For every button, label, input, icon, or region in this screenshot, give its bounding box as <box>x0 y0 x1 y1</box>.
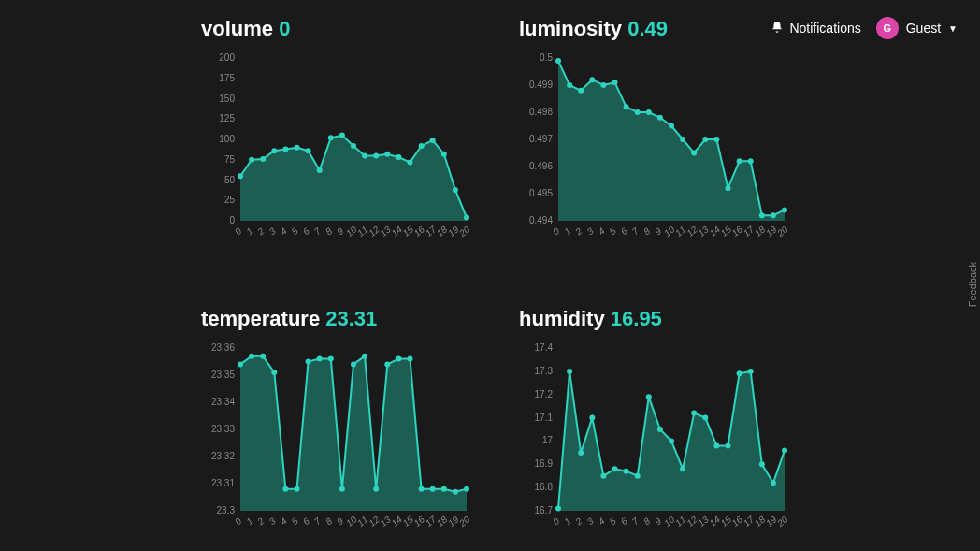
svg-point-66 <box>646 109 652 115</box>
svg-text:4: 4 <box>278 225 289 237</box>
svg-text:20: 20 <box>774 224 790 239</box>
svg-point-62 <box>600 82 606 88</box>
svg-text:1: 1 <box>244 225 254 237</box>
svg-text:20: 20 <box>774 514 790 529</box>
panel-value: 23.31 <box>325 307 377 330</box>
svg-text:175: 175 <box>219 73 235 83</box>
svg-point-170 <box>702 415 708 421</box>
svg-text:2: 2 <box>255 515 267 528</box>
svg-text:4: 4 <box>596 515 607 527</box>
svg-point-64 <box>624 104 629 109</box>
svg-text:100: 100 <box>219 134 235 144</box>
svg-point-177 <box>782 447 787 453</box>
svg-text:25: 25 <box>224 195 236 205</box>
svg-text:7: 7 <box>312 515 324 527</box>
svg-point-166 <box>657 427 663 432</box>
svg-text:0.499: 0.499 <box>529 80 553 90</box>
svg-text:16.8: 16.8 <box>535 482 554 492</box>
svg-point-118 <box>362 354 368 359</box>
svg-point-77 <box>771 212 776 218</box>
svg-text:0.495: 0.495 <box>529 188 553 198</box>
svg-point-107 <box>238 361 243 367</box>
svg-point-24 <box>408 159 413 165</box>
svg-point-114 <box>317 356 323 362</box>
svg-point-59 <box>567 82 572 88</box>
svg-text:8: 8 <box>324 515 335 527</box>
panel-value: 0.49 <box>627 17 668 40</box>
svg-point-162 <box>612 466 618 471</box>
svg-point-111 <box>282 486 288 492</box>
svg-point-125 <box>441 486 447 492</box>
svg-point-60 <box>578 88 584 94</box>
svg-point-14 <box>295 145 300 151</box>
svg-point-74 <box>737 158 742 164</box>
svg-text:0.496: 0.496 <box>529 161 553 171</box>
svg-point-20 <box>362 152 368 158</box>
svg-text:6: 6 <box>301 515 312 527</box>
svg-text:3: 3 <box>267 515 278 527</box>
svg-point-16 <box>317 167 323 173</box>
svg-point-27 <box>441 152 447 157</box>
svg-text:17.1: 17.1 <box>535 413 554 423</box>
svg-text:23.3: 23.3 <box>217 505 236 515</box>
svg-text:0.498: 0.498 <box>529 107 553 117</box>
svg-text:2: 2 <box>573 515 584 528</box>
svg-text:3: 3 <box>267 225 278 237</box>
svg-text:3: 3 <box>584 515 596 527</box>
panel-value: 0 <box>279 17 290 40</box>
svg-point-26 <box>430 138 436 143</box>
svg-point-15 <box>306 148 311 153</box>
svg-text:23.32: 23.32 <box>211 451 235 461</box>
svg-point-21 <box>373 152 379 158</box>
svg-text:0.5: 0.5 <box>540 52 553 63</box>
chart-luminosity: 0.4940.4950.4960.4970.4980.4990.50123456… <box>519 51 790 256</box>
svg-text:17.3: 17.3 <box>535 366 554 376</box>
svg-text:7: 7 <box>312 225 324 237</box>
svg-text:0: 0 <box>233 515 244 527</box>
svg-text:6: 6 <box>619 225 630 237</box>
svg-text:1: 1 <box>562 515 572 527</box>
svg-text:2: 2 <box>255 225 267 238</box>
panel-title: luminosity 0.49 <box>519 17 818 41</box>
panel-humidity: humidity 16.95 16.716.816.91717.117.217.… <box>519 307 818 551</box>
svg-text:20: 20 <box>456 514 472 529</box>
svg-point-11 <box>260 156 266 162</box>
svg-point-17 <box>328 135 334 140</box>
feedback-tab[interactable]: Feedback <box>967 262 978 307</box>
svg-point-123 <box>419 486 425 492</box>
svg-text:23.34: 23.34 <box>211 397 235 407</box>
user-menu[interactable]: G Guest ▼ <box>876 17 958 39</box>
svg-text:20: 20 <box>456 224 472 239</box>
svg-text:0: 0 <box>551 225 562 237</box>
svg-point-71 <box>702 137 708 142</box>
svg-point-121 <box>396 356 401 362</box>
svg-text:2: 2 <box>573 225 584 238</box>
svg-point-70 <box>691 151 697 156</box>
svg-point-157 <box>555 506 561 512</box>
panel-temperature: temperature 23.31 23.323.3123.3223.3323.… <box>201 307 500 551</box>
svg-text:125: 125 <box>219 113 235 123</box>
svg-point-168 <box>680 466 685 471</box>
svg-text:5: 5 <box>608 515 619 527</box>
svg-text:5: 5 <box>290 225 301 237</box>
svg-point-117 <box>351 361 356 367</box>
svg-point-78 <box>782 207 787 212</box>
svg-point-176 <box>771 480 776 486</box>
svg-point-173 <box>737 370 742 376</box>
svg-point-108 <box>249 354 254 359</box>
svg-text:16.7: 16.7 <box>535 505 554 515</box>
svg-point-10 <box>249 157 254 163</box>
svg-point-172 <box>726 442 731 448</box>
svg-text:7: 7 <box>630 515 641 527</box>
svg-text:1: 1 <box>562 225 572 237</box>
svg-point-72 <box>713 137 719 142</box>
svg-text:4: 4 <box>596 225 607 237</box>
svg-point-29 <box>464 215 469 221</box>
svg-point-75 <box>748 158 754 164</box>
svg-point-67 <box>657 115 663 121</box>
svg-point-9 <box>238 173 243 179</box>
panel-luminosity: luminosity 0.49 0.4940.4950.4960.4970.49… <box>519 17 818 279</box>
svg-point-22 <box>384 152 390 157</box>
svg-point-61 <box>589 77 595 82</box>
svg-text:0: 0 <box>233 225 244 237</box>
